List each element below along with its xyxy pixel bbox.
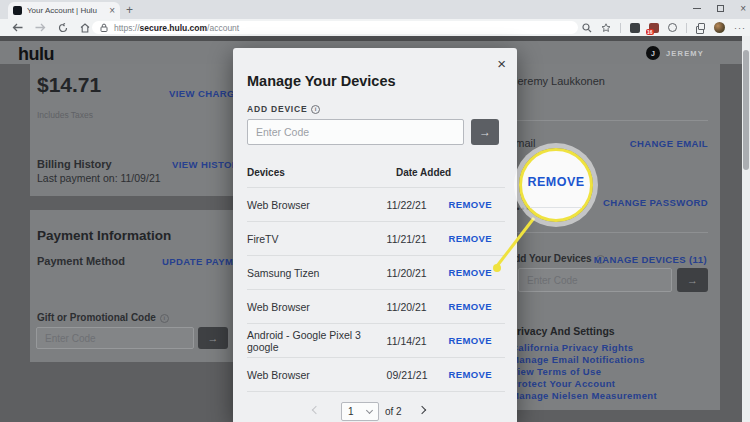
device-date: 11/22/21 bbox=[387, 199, 449, 211]
table-row: Web Browser 11/22/21 REMOVE bbox=[247, 188, 505, 222]
avatar: J bbox=[646, 46, 660, 60]
scrollbar-thumb[interactable] bbox=[743, 50, 749, 170]
divider bbox=[511, 120, 708, 121]
page-select-dropdown[interactable]: 1 bbox=[341, 402, 379, 421]
browser-toolbar: https://secure.hulu.com/account 16 ··· bbox=[0, 19, 750, 36]
device-date: 09/21/21 bbox=[387, 369, 449, 381]
forward-icon[interactable] bbox=[35, 23, 46, 32]
device-name: FireTV bbox=[247, 233, 387, 245]
previous-page-icon[interactable] bbox=[312, 406, 320, 414]
device-name: Web Browser bbox=[247, 199, 387, 211]
privacy-link-california[interactable]: California Privacy Rights bbox=[511, 342, 633, 353]
add-device-code-input[interactable] bbox=[247, 119, 464, 145]
gift-code-submit-button[interactable]: → bbox=[198, 327, 228, 349]
browser-profile-avatar[interactable] bbox=[714, 22, 725, 33]
device-date: 11/20/21 bbox=[387, 267, 449, 279]
tab-strip: Your Account | Hulu × + × bbox=[0, 0, 750, 19]
screen: Your Account | Hulu × + × https://secure… bbox=[0, 0, 750, 422]
privacy-link-terms[interactable]: View Terms of Use bbox=[511, 366, 601, 377]
more-menu-icon[interactable]: ··· bbox=[734, 23, 746, 33]
table-row-samsung-tizen: Samsung Tizen 11/20/21 REMOVE bbox=[247, 256, 505, 290]
add-device-label: ADD DEVICE bbox=[247, 104, 320, 114]
browser-tab[interactable]: Your Account | Hulu × bbox=[8, 2, 120, 19]
divider bbox=[511, 232, 708, 233]
extension-badge-icon[interactable]: 16 bbox=[649, 23, 659, 33]
tab-title: Your Account | Hulu bbox=[27, 6, 105, 15]
gift-code-input[interactable]: Enter Code bbox=[36, 327, 194, 349]
privacy-link-protect-account[interactable]: Protect Your Account bbox=[511, 378, 615, 389]
url-host: secure.hulu.com bbox=[140, 23, 208, 33]
device-date: 11/20/21 bbox=[387, 301, 449, 313]
callout-highlight-circle: REMOVE bbox=[519, 148, 593, 222]
page-count-label: of 2 bbox=[385, 406, 402, 417]
lock-icon bbox=[100, 23, 108, 32]
remove-link[interactable]: REMOVE bbox=[448, 301, 492, 312]
user-name-label: JEREMY bbox=[666, 49, 704, 58]
modal-title: Manage Your Devices bbox=[247, 73, 396, 89]
callout-inner-line bbox=[530, 207, 582, 208]
table-row: Web Browser 09/21/21 REMOVE bbox=[247, 358, 505, 392]
date-added-column-header: Date Added bbox=[396, 167, 451, 178]
remove-link[interactable]: REMOVE bbox=[448, 369, 492, 380]
remove-link-highlighted[interactable]: REMOVE bbox=[448, 267, 492, 278]
minimize-button[interactable] bbox=[693, 8, 701, 10]
info-icon[interactable] bbox=[311, 105, 320, 114]
user-badge[interactable]: J JEREMY bbox=[646, 46, 704, 60]
collections-icon[interactable] bbox=[696, 23, 705, 32]
browser-chrome: Your Account | Hulu × + × https://secure… bbox=[0, 0, 750, 36]
extension-ring-icon[interactable] bbox=[668, 23, 677, 32]
devices-column-header: Devices bbox=[247, 167, 285, 178]
includes-taxes-label: Includes Taxes bbox=[37, 110, 93, 120]
table-row: Android - Google Pixel 3 google 11/14/21… bbox=[247, 324, 505, 358]
add-device-submit-button[interactable]: → bbox=[471, 119, 499, 145]
device-name: Samsung Tizen bbox=[247, 267, 387, 279]
payment-information-heading: Payment Information bbox=[37, 228, 171, 243]
search-icon[interactable] bbox=[582, 23, 592, 33]
device-name: Android - Google Pixel 3 google bbox=[247, 329, 387, 353]
last-payment-label: Last payment on: 11/09/21 bbox=[37, 172, 161, 184]
refresh-icon[interactable] bbox=[58, 23, 68, 33]
privacy-settings-heading: Privacy And Settings bbox=[510, 325, 615, 337]
pagination: 1 of 2 bbox=[233, 400, 517, 422]
change-email-link[interactable]: CHANGE EMAIL bbox=[630, 138, 708, 149]
home-icon[interactable] bbox=[80, 23, 90, 33]
remove-link[interactable]: REMOVE bbox=[448, 233, 492, 244]
device-date: 11/14/21 bbox=[387, 335, 449, 347]
subscription-price: $14.71 bbox=[37, 73, 101, 97]
tab-close-icon[interactable]: × bbox=[109, 6, 115, 16]
info-icon[interactable] bbox=[160, 314, 169, 323]
hulu-logo[interactable]: hulu bbox=[18, 44, 54, 65]
gift-code-label: Gift or Promotional Code bbox=[37, 312, 169, 323]
account-card: Jeremy Laukkonen Email CHANGE EMAIL ••••… bbox=[505, 64, 720, 410]
callout-remove-label: REMOVE bbox=[527, 175, 584, 189]
close-window-button[interactable]: × bbox=[740, 4, 746, 14]
maximize-button[interactable] bbox=[717, 5, 724, 12]
extension-icon[interactable] bbox=[630, 23, 640, 33]
device-code-input[interactable]: Enter Code bbox=[518, 268, 672, 292]
manage-devices-link[interactable]: MANAGE DEVICES (11) bbox=[594, 254, 707, 265]
back-icon[interactable] bbox=[12, 23, 23, 32]
new-tab-button[interactable]: + bbox=[126, 3, 133, 17]
device-date: 11/21/21 bbox=[387, 233, 449, 245]
page-scrollbar[interactable] bbox=[742, 36, 750, 422]
url-scheme: https:// bbox=[114, 23, 140, 33]
table-row: Web Browser 11/20/21 REMOVE bbox=[247, 290, 505, 324]
next-page-icon[interactable] bbox=[418, 406, 426, 414]
chevron-down-icon bbox=[366, 407, 373, 414]
device-name: Web Browser bbox=[247, 301, 387, 313]
device-code-submit-button[interactable]: → bbox=[677, 268, 708, 292]
payment-method-label: Payment Method bbox=[37, 255, 125, 267]
change-password-link[interactable]: CHANGE PASSWORD bbox=[603, 197, 708, 208]
favorites-star-icon[interactable] bbox=[601, 23, 611, 33]
device-name: Web Browser bbox=[247, 369, 387, 381]
remove-link[interactable]: REMOVE bbox=[448, 335, 492, 346]
privacy-link-nielsen[interactable]: Manage Nielsen Measurement bbox=[511, 390, 657, 401]
manage-devices-modal: × Manage Your Devices ADD DEVICE → Devic… bbox=[233, 48, 517, 422]
address-bar[interactable]: https://secure.hulu.com/account bbox=[92, 21, 578, 34]
close-icon[interactable]: × bbox=[497, 56, 506, 71]
url-path: /account bbox=[207, 23, 239, 33]
remove-link[interactable]: REMOVE bbox=[448, 199, 492, 210]
privacy-link-email-notifications[interactable]: Manage Email Notifications bbox=[511, 354, 645, 365]
table-header: Devices Date Added bbox=[247, 167, 505, 178]
current-page: 1 bbox=[348, 406, 354, 417]
